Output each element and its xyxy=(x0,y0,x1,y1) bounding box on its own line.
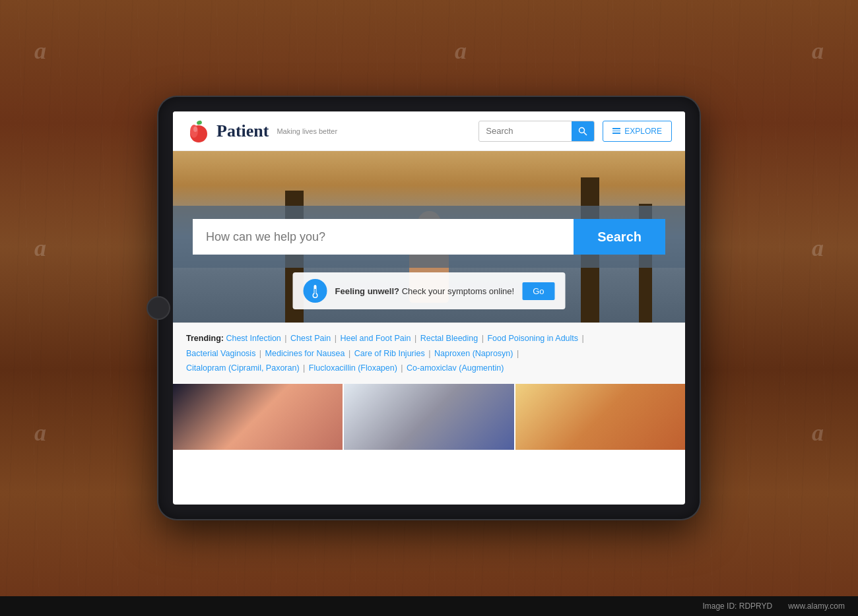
search-icon xyxy=(578,127,587,136)
main-search-button[interactable]: Search xyxy=(574,219,665,255)
logo: Patient Making lives better xyxy=(186,119,337,144)
symptom-bold: Feeling unwell? xyxy=(335,286,400,296)
trending-link-9[interactable]: Naproxen (Naprosyn) xyxy=(434,349,513,358)
ipad-device: Patient Making lives better EXPLORE xyxy=(158,97,700,519)
symptom-normal: Check your symptoms online! xyxy=(399,286,514,296)
trending-link-6[interactable]: Bacterial Vaginosis xyxy=(186,349,255,358)
svg-point-3 xyxy=(193,127,197,132)
sep2: | xyxy=(332,334,337,343)
link-citalopram[interactable]: Citalopram (Cipramil, Paxoran) xyxy=(186,363,300,373)
sep10: | xyxy=(301,363,306,373)
symptom-text: Feeling unwell? Check your symptoms onli… xyxy=(335,286,515,296)
link-naproxen[interactable]: Naproxen (Naprosyn) xyxy=(434,349,513,358)
sep8: | xyxy=(426,349,431,358)
svg-point-4 xyxy=(579,127,585,133)
logo-title: Patient xyxy=(216,121,269,141)
trending-link-3[interactable]: Heel and Foot Pain xyxy=(340,334,411,343)
screen: Patient Making lives better EXPLORE xyxy=(173,111,685,505)
alamy-url: www.alamy.com xyxy=(788,601,845,611)
logo-apple-icon xyxy=(186,119,211,144)
trending-link-5[interactable]: Food Poisoning in Adults xyxy=(487,334,578,343)
trending-link-2[interactable]: Chest Pain xyxy=(290,334,331,343)
svg-line-5 xyxy=(584,132,587,135)
svg-point-2 xyxy=(190,125,198,138)
image-id: Image ID: RDPRYD xyxy=(702,601,772,611)
svg-point-0 xyxy=(196,119,203,125)
sep6: | xyxy=(257,349,261,358)
header: Patient Making lives better EXPLORE xyxy=(173,111,685,151)
link-chest-infection[interactable]: Chest Infection xyxy=(226,334,280,343)
trending-link-12[interactable]: Co-amoxiclav (Augmentin) xyxy=(407,363,504,373)
trending-label: Trending: xyxy=(186,334,224,343)
sep7: | xyxy=(346,349,351,358)
sep9: | xyxy=(514,349,519,358)
image-card-3[interactable] xyxy=(514,384,685,450)
sep1: | xyxy=(282,334,287,343)
thermometer-icon xyxy=(304,279,327,303)
link-heel-foot[interactable]: Heel and Foot Pain xyxy=(340,334,411,343)
home-button[interactable] xyxy=(147,296,170,320)
sep3: | xyxy=(412,334,416,343)
header-search-button[interactable] xyxy=(572,121,594,142)
explore-label: EXPLORE xyxy=(624,127,662,136)
go-button[interactable]: Go xyxy=(522,282,554,300)
trending-link-1[interactable]: Chest Infection xyxy=(226,334,280,343)
svg-point-9 xyxy=(314,294,317,297)
main-search-input[interactable] xyxy=(193,219,574,255)
image-card-1[interactable] xyxy=(173,384,343,450)
trending-link-10[interactable]: Citalopram (Cipramil, Paxoran) xyxy=(186,363,300,373)
trending-link-7[interactable]: Medicines for Nausea xyxy=(265,349,345,358)
header-search-input[interactable] xyxy=(479,123,572,139)
thermometer-svg xyxy=(310,284,321,298)
trending-section: Trending: Chest Infection | Chest Pain |… xyxy=(173,323,685,384)
link-flucloxacillin[interactable]: Flucloxacillin (Floxapen) xyxy=(309,363,397,373)
hero-section: Search Feeling unwell? Check your sympto… xyxy=(173,151,685,323)
explore-button[interactable]: EXPLORE xyxy=(603,121,672,142)
link-medicines-nausea[interactable]: Medicines for Nausea xyxy=(265,349,345,358)
bottom-info-bar: Image ID: RDPRYD www.alamy.com xyxy=(0,596,858,616)
sep5: | xyxy=(579,334,584,343)
menu-icon xyxy=(612,128,620,134)
main-search-overlay: Search xyxy=(173,206,685,268)
symptom-checker-bar: Feeling unwell? Check your symptoms onli… xyxy=(293,272,566,309)
link-rib-injuries[interactable]: Care of Rib Injuries xyxy=(354,349,425,358)
header-search-box[interactable] xyxy=(478,121,595,142)
image-card-2[interactable] xyxy=(343,384,513,450)
trending-link-8[interactable]: Care of Rib Injuries xyxy=(354,349,425,358)
link-co-amoxiclav[interactable]: Co-amoxiclav (Augmentin) xyxy=(407,363,504,373)
sep11: | xyxy=(399,363,403,373)
link-rectal-bleeding[interactable]: Rectal Bleeding xyxy=(420,334,478,343)
link-chest-pain[interactable]: Chest Pain xyxy=(290,334,331,343)
sep4: | xyxy=(479,334,484,343)
trending-link-4[interactable]: Rectal Bleeding xyxy=(420,334,478,343)
trending-link-11[interactable]: Flucloxacillin (Floxapen) xyxy=(309,363,397,373)
link-food-poisoning[interactable]: Food Poisoning in Adults xyxy=(487,334,578,343)
image-grid xyxy=(173,384,685,450)
link-bacterial-vaginosis[interactable]: Bacterial Vaginosis xyxy=(186,349,255,358)
logo-tagline: Making lives better xyxy=(277,127,337,135)
